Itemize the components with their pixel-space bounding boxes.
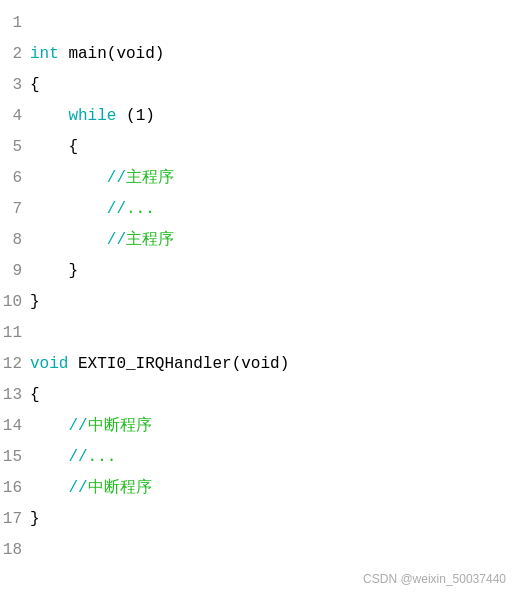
line-content: //主程序 xyxy=(30,225,174,256)
code-container: 1 2int main(void)3{4 while (1)5 {6 //主程序… xyxy=(0,0,518,596)
line-content: void EXTI0_IRQHandler(void) xyxy=(30,349,289,380)
code-line: 18 xyxy=(0,535,518,566)
code-line: 3{ xyxy=(0,70,518,101)
code-line: 9 } xyxy=(0,256,518,287)
line-content: } xyxy=(30,256,78,287)
line-number: 14 xyxy=(0,411,30,442)
line-number: 12 xyxy=(0,349,30,380)
line-content xyxy=(30,8,40,39)
code-block: 1 2int main(void)3{4 while (1)5 {6 //主程序… xyxy=(0,0,518,574)
line-content: while (1) xyxy=(30,101,155,132)
line-number: 18 xyxy=(0,535,30,566)
code-line: 6 //主程序 xyxy=(0,163,518,194)
line-content: int main(void) xyxy=(30,39,164,70)
code-line: 11 xyxy=(0,318,518,349)
line-number: 2 xyxy=(0,39,30,70)
line-number: 16 xyxy=(0,473,30,504)
line-number: 1 xyxy=(0,8,30,39)
line-content xyxy=(30,318,40,349)
line-content: { xyxy=(30,70,40,101)
line-number: 10 xyxy=(0,287,30,318)
line-number: 17 xyxy=(0,504,30,535)
code-line: 16 //中断程序 xyxy=(0,473,518,504)
line-number: 5 xyxy=(0,132,30,163)
code-line: 14 //中断程序 xyxy=(0,411,518,442)
line-content: { xyxy=(30,132,78,163)
code-line: 13{ xyxy=(0,380,518,411)
line-number: 4 xyxy=(0,101,30,132)
code-line: 1 xyxy=(0,8,518,39)
code-line: 4 while (1) xyxy=(0,101,518,132)
line-number: 9 xyxy=(0,256,30,287)
code-line: 12void EXTI0_IRQHandler(void) xyxy=(0,349,518,380)
code-line: 15 //... xyxy=(0,442,518,473)
line-content: } xyxy=(30,287,40,318)
code-line: 10} xyxy=(0,287,518,318)
line-number: 15 xyxy=(0,442,30,473)
line-number: 3 xyxy=(0,70,30,101)
code-line: 17} xyxy=(0,504,518,535)
line-number: 6 xyxy=(0,163,30,194)
line-content: //主程序 xyxy=(30,163,174,194)
line-number: 7 xyxy=(0,194,30,225)
line-content xyxy=(30,535,40,566)
line-content: { xyxy=(30,380,40,411)
code-line: 2int main(void) xyxy=(0,39,518,70)
line-content: //... xyxy=(30,442,116,473)
line-content: //... xyxy=(30,194,155,225)
code-line: 7 //... xyxy=(0,194,518,225)
line-number: 13 xyxy=(0,380,30,411)
line-content: //中断程序 xyxy=(30,411,152,442)
line-content: //中断程序 xyxy=(30,473,152,504)
line-number: 11 xyxy=(0,318,30,349)
line-content: } xyxy=(30,504,40,535)
code-line: 5 { xyxy=(0,132,518,163)
code-line: 8 //主程序 xyxy=(0,225,518,256)
line-number: 8 xyxy=(0,225,30,256)
watermark: CSDN @weixin_50037440 xyxy=(363,572,506,586)
